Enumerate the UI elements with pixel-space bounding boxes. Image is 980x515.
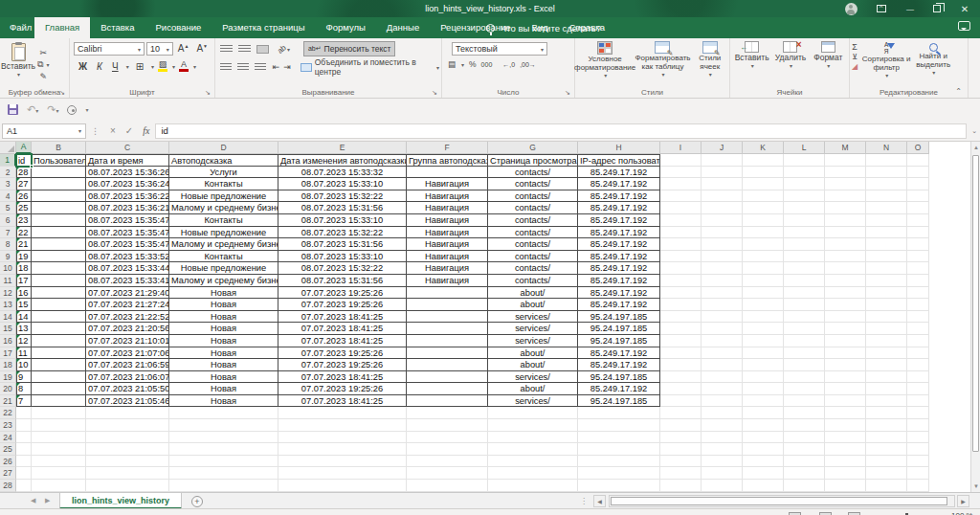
bold-button[interactable]: Ж [76, 61, 90, 72]
grid-cell[interactable] [488, 443, 578, 456]
grid-cell[interactable] [86, 467, 169, 480]
column-header-N[interactable]: N [866, 142, 907, 154]
grid-cell[interactable] [907, 456, 929, 468]
grid-cell[interactable] [825, 299, 866, 311]
grid-cell[interactable]: 85.249.17.192 [578, 214, 660, 227]
grid-cell[interactable] [32, 262, 86, 275]
grid-cell[interactable]: Навигация [407, 275, 488, 287]
tab-Разметка страницы[interactable]: Разметка страницы [212, 17, 315, 38]
grid-cell[interactable] [660, 456, 702, 468]
row-header-11[interactable]: 11 [0, 275, 16, 287]
grid-cell[interactable] [825, 311, 866, 324]
grid-cell[interactable] [907, 311, 929, 324]
grid-cell[interactable]: contacts/ [488, 202, 578, 214]
scroll-down-icon[interactable]: ▼ [971, 481, 980, 492]
grid-cell[interactable] [578, 467, 660, 480]
grid-cell[interactable] [407, 335, 488, 347]
grid-cell[interactable] [488, 480, 578, 492]
grid-cell[interactable]: 21 [16, 238, 32, 251]
grid-cell[interactable] [866, 262, 907, 275]
grid-cell[interactable] [702, 383, 743, 395]
grid-cell[interactable] [32, 335, 86, 347]
grid-cell[interactable] [169, 467, 278, 480]
grid-cell[interactable] [660, 167, 702, 179]
grid-cell[interactable]: 95.24.197.185 [578, 311, 660, 324]
vertical-scroll-thumb[interactable] [972, 155, 979, 452]
grid-cell[interactable]: 7 [16, 395, 32, 408]
grid-cell[interactable] [702, 251, 743, 263]
grid-cell[interactable] [32, 480, 86, 492]
grid-cell[interactable] [32, 190, 86, 203]
grid-cell[interactable] [407, 407, 488, 419]
grid-cell[interactable] [825, 480, 866, 492]
column-header-D[interactable]: D [169, 142, 278, 154]
grid-cell[interactable]: 07.07.2023 21:22:52 [86, 311, 169, 324]
grid-cell[interactable] [784, 311, 825, 324]
grid-cell[interactable] [784, 323, 825, 335]
grid-cell[interactable] [825, 227, 866, 239]
grid-cell[interactable] [488, 432, 578, 444]
grid-cell[interactable] [825, 456, 866, 468]
grid-cell[interactable] [825, 178, 866, 190]
tab-scroll-splitter[interactable]: ⋮ [580, 497, 588, 505]
grid-cell[interactable] [784, 347, 825, 360]
grid-cell[interactable] [743, 323, 784, 335]
font-dialog-launcher[interactable]: ↘ [205, 89, 212, 97]
grid-cell[interactable]: 07.07.2023 21:20:56 [86, 323, 169, 335]
grid-cell[interactable]: 07.07.2023 18:41:25 [278, 395, 407, 408]
grid-cell[interactable]: contacts/ [488, 227, 578, 239]
column-header-O[interactable]: O [907, 142, 929, 154]
grid-cell[interactable] [743, 371, 784, 384]
grid-cell[interactable]: 08.07.2023 15:35:47 [86, 227, 169, 239]
grid-cell[interactable] [660, 347, 702, 360]
grid-cell[interactable] [32, 202, 86, 214]
grid-cell[interactable] [702, 154, 743, 167]
grid-cell[interactable] [866, 287, 907, 300]
grid-cell[interactable] [825, 167, 866, 179]
grid-cell[interactable] [169, 432, 278, 444]
grid-cell[interactable] [278, 443, 407, 456]
grid-cell[interactable] [743, 480, 784, 492]
grid-cell[interactable]: Новые предложение [169, 190, 278, 203]
column-header-L[interactable]: L [784, 142, 825, 154]
grid-cell[interactable]: 08.07.2023 15:36:26 [86, 167, 169, 179]
tell-me-search[interactable]: Что вы хотите сделать? [486, 17, 601, 38]
grid-cell[interactable] [784, 432, 825, 444]
align-left-icon[interactable] [220, 63, 232, 72]
autosum-button[interactable]: Σ [852, 42, 858, 52]
grid-cell[interactable]: Навигация [407, 202, 488, 214]
grid-cell[interactable] [407, 443, 488, 456]
grid-cell[interactable]: Навигация [407, 238, 488, 251]
grid-cell[interactable]: 08.07.2023 15:33:41 [86, 275, 169, 287]
grid-cell[interactable] [32, 178, 86, 190]
grid-cell[interactable] [660, 238, 702, 251]
grid-cell[interactable] [907, 178, 929, 190]
grid-cell[interactable] [660, 467, 702, 480]
grid-cell[interactable]: 07.07.2023 19:25:26 [278, 287, 407, 300]
grid-cell[interactable] [866, 371, 907, 384]
font-size-combo[interactable]: 10▾ [146, 42, 173, 56]
grid-cell[interactable] [407, 359, 488, 371]
grid-cell[interactable] [907, 467, 929, 480]
align-top-icon[interactable] [220, 45, 233, 54]
grid-cell[interactable] [743, 167, 784, 179]
font-name-combo[interactable]: Calibri▾ [74, 42, 145, 56]
grid-cell[interactable] [907, 262, 929, 275]
cell-styles-button[interactable]: Стили ячеек▾ [693, 41, 727, 85]
sort-filter-button[interactable]: АЯ Сортировка и фильтр▾ [861, 41, 911, 78]
grid-cell[interactable] [660, 214, 702, 227]
grid-cell[interactable] [784, 251, 825, 263]
grid-cell[interactable] [866, 238, 907, 251]
grid-cell[interactable]: 85.249.17.192 [578, 383, 660, 395]
align-right-icon[interactable] [255, 63, 266, 72]
grid-cell[interactable]: contacts/ [488, 238, 578, 251]
grid-cell[interactable] [743, 443, 784, 456]
grid-cell[interactable] [784, 371, 825, 384]
column-header-I[interactable]: I [660, 142, 702, 154]
grid-cell[interactable]: Новые предложение [169, 227, 278, 239]
grid-cell[interactable]: Услуги [169, 167, 278, 179]
grid-cell[interactable]: 07.07.2023 18:41:25 [278, 371, 407, 384]
grid-cell[interactable] [784, 214, 825, 227]
row-header-18[interactable]: 18 [0, 359, 16, 371]
grid-cell[interactable] [702, 347, 743, 360]
